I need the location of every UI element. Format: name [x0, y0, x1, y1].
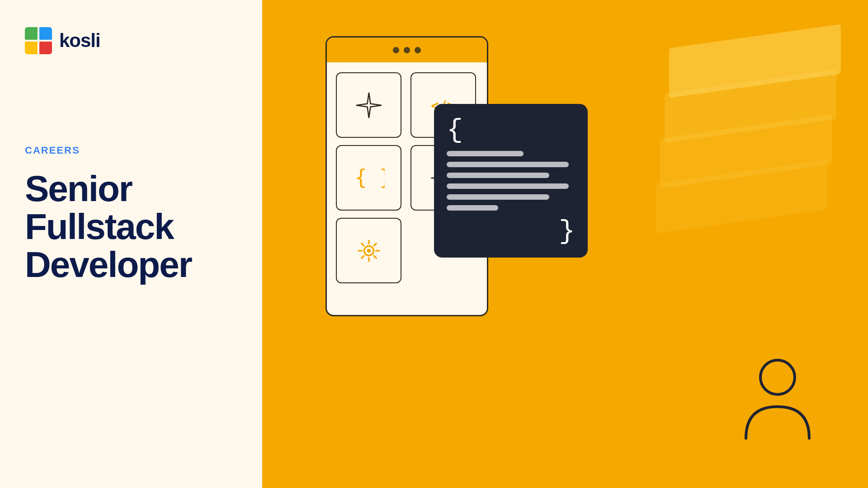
code-brace-left-icon: {	[447, 117, 463, 144]
code-line-6	[447, 205, 498, 211]
code-brace-right-icon: }	[559, 218, 575, 245]
sparkle-icon	[353, 89, 385, 121]
kosli-logo-mark	[25, 27, 52, 54]
job-title-line3: Developer	[25, 246, 237, 284]
right-panel: </> { }	[262, 0, 868, 488]
careers-section: CAREERS Senior Fullstack Developer	[25, 145, 237, 284]
browser-titlebar	[327, 38, 487, 62]
careers-label: CAREERS	[25, 145, 237, 156]
logo-cell-tr	[39, 27, 52, 40]
browser-dot-3	[415, 47, 421, 53]
svg-text:{ }: { }	[354, 165, 385, 189]
logo-cell-bl	[25, 42, 38, 54]
job-title-line2: Fullstack	[25, 208, 237, 246]
person-icon	[741, 352, 814, 443]
browser-dot-2	[404, 47, 410, 53]
job-title-line1: Senior	[25, 170, 237, 208]
code-line-3	[447, 173, 549, 178]
grid-cell-sparkle	[336, 72, 401, 138]
code-block-overlay: { }	[434, 104, 588, 258]
left-panel: kosli CAREERS Senior Fullstack Developer	[0, 0, 262, 488]
code-line-1	[447, 151, 524, 156]
bg-layers	[651, 36, 841, 262]
grid-cell-curly: { }	[336, 145, 401, 211]
logo-cell-tl	[25, 27, 38, 40]
logo-cell-br	[39, 42, 52, 54]
code-line-5	[447, 194, 549, 200]
job-title: Senior Fullstack Developer	[25, 170, 237, 284]
code-line-2	[447, 162, 569, 167]
grid-cell-gear	[336, 218, 401, 283]
code-line-4	[447, 183, 569, 189]
developer-person-svg	[741, 352, 814, 443]
svg-point-4	[760, 360, 795, 394]
curly-braces-icon: { }	[353, 162, 385, 194]
svg-point-3	[367, 249, 371, 253]
kosli-logo-text: kosli	[59, 30, 100, 52]
gear-icon	[353, 235, 385, 267]
browser-dot-1	[393, 47, 399, 53]
logo-area: kosli	[25, 27, 237, 54]
